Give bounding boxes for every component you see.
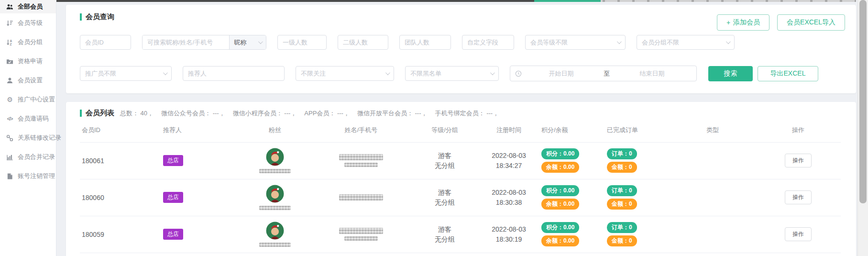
member-grade-value: 会员等级不限	[530, 38, 568, 47]
member-group: 无分组	[413, 234, 476, 245]
redacted-name-phone	[313, 228, 409, 241]
export-excel-button[interactable]: 导出EXCEL	[758, 66, 818, 81]
orders-badge: 订单：0	[607, 185, 637, 196]
sidebar-item-member-levels[interactable]: 会员等级	[0, 13, 56, 33]
sidebar-item-label: 会员邀请码	[18, 114, 49, 123]
member-level: 游客	[413, 224, 476, 234]
blacklist-select[interactable]: 不限黑名单	[405, 66, 499, 81]
row-action-button[interactable]: 操作	[785, 154, 812, 167]
member-group-value: 会员分组不限	[642, 38, 679, 47]
col-completed-orders: 已完成订单	[605, 119, 670, 142]
folder-check-icon	[6, 57, 14, 66]
search-button[interactable]: 搜索	[708, 66, 753, 81]
sidebar-item-invite-code[interactable]: </> 会员邀请码	[0, 109, 56, 128]
end-date-placeholder[interactable]: 结束日期	[613, 69, 692, 78]
stat-open-platform: 微信开放平台会员： ---，	[357, 109, 428, 118]
avatar[interactable]	[266, 185, 284, 203]
bar-chart-icon	[6, 153, 14, 161]
level2-count-input[interactable]	[338, 35, 388, 50]
title-accent-bar	[80, 13, 82, 21]
col-member-id: 会员ID	[80, 119, 161, 142]
sidebar-item-all-members[interactable]: 全部会员	[0, 0, 56, 13]
custom-field-input[interactable]	[462, 35, 514, 50]
sidebar-item-member-groups[interactable]: AZ 会员分组	[0, 33, 56, 52]
row-action-button[interactable]: 操作	[785, 227, 812, 241]
link-icon	[6, 134, 14, 142]
title-accent-bar	[80, 110, 82, 117]
sort-numeric-icon	[6, 19, 14, 27]
col-fans: 粉丝	[239, 119, 311, 142]
member-list-card: 会员列表 总数： 40， 微信公众号会员： ---， 微信小程序会员： ---，…	[66, 102, 856, 256]
register-date: 2022-08-03	[480, 188, 538, 198]
referrer-input[interactable]	[183, 66, 285, 81]
col-level-group: 等级/分组	[411, 119, 478, 142]
team-count-input[interactable]	[399, 35, 451, 50]
excel-import-button[interactable]: 会员EXCEL导入	[777, 14, 845, 31]
member-type	[670, 216, 756, 253]
sidebar-item-label: 全部会员	[18, 2, 43, 11]
member-id-input[interactable]	[80, 35, 131, 50]
referrer-badge: 总店	[163, 155, 183, 166]
stat-app: APP会员： ---，	[304, 109, 350, 118]
member-table: 会员ID 推荐人 粉丝 姓名/手机号 等级/分组 注册时间 积分/余额 已完成订…	[80, 119, 841, 253]
sidebar-item-qualification[interactable]: 资格申请	[0, 52, 56, 71]
clock-icon	[515, 70, 522, 77]
promoter-value: 推广员不限	[85, 69, 116, 78]
sidebar-item-merge-log[interactable]: 会员合并记录	[0, 147, 56, 167]
points-badge: 积分：0.00	[541, 222, 579, 233]
gear-icon: ⚙	[6, 96, 14, 104]
register-time: 18:30:19	[480, 234, 538, 245]
amount-badge: 金额：0	[607, 199, 637, 210]
chevron-down-icon	[385, 70, 390, 75]
promoter-select[interactable]: 推广员不限	[80, 66, 172, 81]
stat-wechat-official: 微信公众号会员： ---，	[161, 109, 225, 118]
col-register-time: 注册时间	[478, 119, 539, 142]
balance-badge: 余额：0.00	[541, 235, 579, 246]
scrollbar-thumb[interactable]	[859, 0, 867, 203]
member-id: 180061	[80, 142, 161, 179]
sidebar-item-label: 会员分组	[18, 38, 43, 46]
plus-icon: +	[726, 19, 730, 26]
member-level: 游客	[413, 151, 476, 161]
row-action-button[interactable]: 操作	[785, 190, 812, 204]
avatar[interactable]	[266, 222, 284, 240]
redacted-nickname	[259, 243, 291, 247]
table-row: 180061 总店	[80, 142, 841, 179]
sidebar-item-promotion-settings[interactable]: ⚙ 推广中心设置	[0, 90, 56, 109]
excel-import-label: 会员EXCEL导入	[787, 18, 835, 27]
amount-badge: 金额：0	[607, 162, 637, 173]
sidebar-item-account-cancellation[interactable]: 账号注销管理	[0, 167, 56, 186]
register-time: 18:34:27	[480, 161, 538, 171]
avatar[interactable]	[266, 148, 284, 166]
follow-select[interactable]: 不限关注	[296, 66, 394, 81]
sort-alpha-icon: AZ	[6, 38, 14, 46]
sidebar-item-label: 会员合并记录	[18, 153, 55, 161]
sidebar-item-relation-log[interactable]: 关系链修改记录	[0, 128, 56, 147]
start-date-placeholder[interactable]: 开始日期	[522, 69, 601, 78]
referrer-badge: 总店	[163, 192, 183, 203]
member-type	[670, 142, 756, 179]
register-time: 18:30:38	[480, 198, 538, 208]
referrer-badge: 总店	[163, 229, 183, 240]
chevron-down-icon	[617, 39, 622, 44]
chevron-down-icon	[726, 39, 731, 44]
table-row: 180059 总店	[80, 216, 841, 253]
orders-badge: 订单：0	[607, 148, 637, 159]
add-member-button[interactable]: + 添加会员	[717, 14, 769, 31]
query-card-title: 会员查询	[86, 12, 114, 22]
keyword-type-select[interactable]: 昵称	[229, 35, 266, 49]
vertical-scrollbar[interactable]	[857, 0, 868, 256]
member-stats: 总数： 40， 微信公众号会员： ---， 微信小程序会员： ---， APP会…	[120, 109, 499, 118]
register-date-range[interactable]: 开始日期 至 结束日期	[510, 66, 697, 81]
col-referrer: 推荐人	[161, 119, 239, 142]
level1-count-input[interactable]	[277, 35, 327, 50]
clipped-header-teal-segment	[534, 0, 601, 2]
keyword-input[interactable]	[143, 35, 229, 49]
orders-badge: 订单：0	[607, 222, 637, 233]
member-grade-select[interactable]: 会员等级不限	[525, 35, 626, 50]
register-date: 2022-08-03	[480, 224, 538, 234]
keyword-type-value: 昵称	[234, 38, 246, 47]
member-group-select[interactable]: 会员分组不限	[637, 35, 735, 50]
sidebar-item-member-settings[interactable]: 会员设置	[0, 71, 56, 90]
users-icon	[6, 3, 14, 11]
